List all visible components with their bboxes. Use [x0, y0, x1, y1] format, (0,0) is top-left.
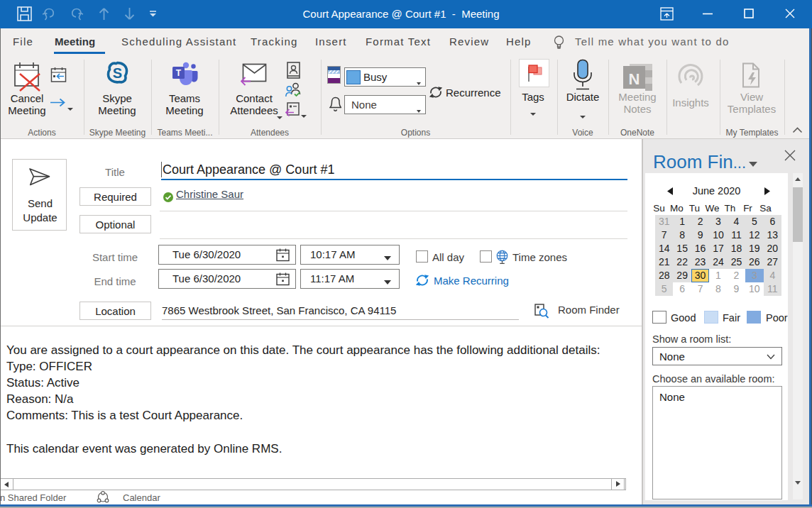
svg-text:S: S	[113, 65, 122, 81]
svg-text:T: T	[176, 68, 182, 78]
svg-text:N: N	[629, 70, 640, 88]
